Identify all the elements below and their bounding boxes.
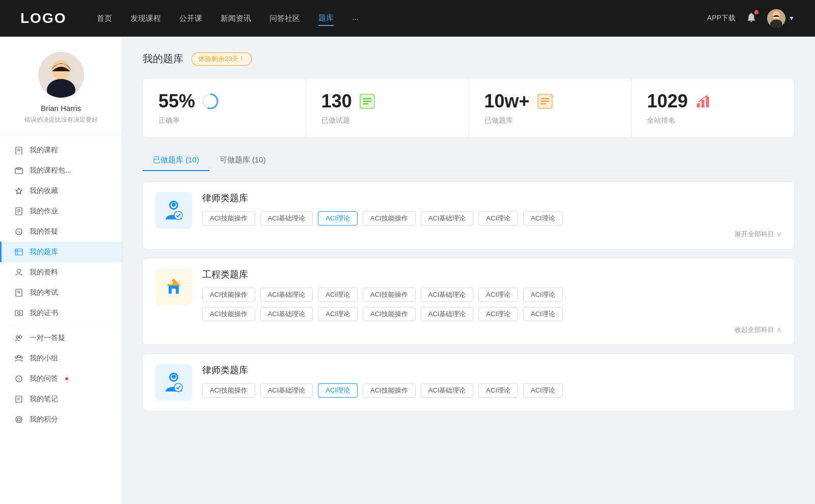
sidebar-item-group-label: 我的小组 [30, 354, 58, 363]
tag-lawyer2-5[interactable]: ACI理论 [478, 383, 518, 398]
svg-point-31 [20, 356, 22, 358]
tag-eng-5[interactable]: ACI理论 [478, 288, 518, 302]
svg-rect-53 [706, 97, 709, 107]
sidebar-item-cert[interactable]: 我的证书 [0, 303, 122, 323]
tag-eng-6[interactable]: ACI理论 [523, 288, 563, 302]
tag-lawyer2-2[interactable]: ACI理论 [318, 383, 358, 398]
tag-lawyer1-3[interactable]: ACI技能操作 [363, 211, 416, 226]
sidebar-item-course[interactable]: 我的课程 [0, 140, 122, 160]
stat-accuracy-row: 55% [158, 91, 220, 112]
tag-lawyer2-4[interactable]: ACI基础理论 [421, 383, 474, 398]
qbank-icon [14, 247, 23, 257]
tag-eng2-1[interactable]: ACI基础理论 [260, 307, 313, 321]
sidebar-item-answers-label: 我的答疑 [30, 227, 58, 236]
stat-accuracy-value: 55% [158, 91, 195, 112]
tab-todo[interactable]: 可做题库 (10) [209, 150, 276, 171]
stat-done-questions-value: 130 [321, 91, 352, 112]
star-icon [14, 186, 23, 195]
sidebar-item-favorites[interactable]: 我的收藏 [0, 181, 122, 201]
sidebar-item-group[interactable]: 我的小组 [0, 348, 122, 369]
sidebar-item-homework[interactable]: 我的作业 [0, 201, 122, 221]
profile-motto: 错误的决定比没有决定要好 [24, 116, 98, 124]
svg-point-30 [15, 356, 17, 358]
stats-row: 55% 正确率 130 [143, 78, 795, 138]
main-content: 我的题库 体验剩余23天！ 55% 正确率 [122, 37, 815, 504]
tag-eng2-6[interactable]: ACI理论 [523, 307, 563, 321]
tag-eng2-4[interactable]: ACI基础理论 [421, 307, 474, 321]
navbar: LOGO 首页 发现课程 公开课 新闻资讯 问答社区 题库 ··· APP下载 … [0, 0, 815, 37]
tag-eng2-5[interactable]: ACI理论 [478, 307, 518, 321]
sidebar-item-favorites-label: 我的收藏 [30, 186, 58, 195]
tag-lawyer1-2[interactable]: ACI理论 [318, 211, 358, 226]
qbank-card-lawyer2: 律师类题库 ACI技能操作 ACI基础理论 ACI理论 ACI技能操作 ACI基… [143, 353, 795, 411]
sidebar-item-qbank[interactable]: 我的题库 [0, 242, 122, 262]
expand-lawyer1[interactable]: 展开全部科目 ∨ [202, 230, 782, 239]
tag-lawyer2-1[interactable]: ACI基础理论 [260, 383, 313, 398]
svg-point-56 [172, 203, 176, 207]
svg-point-27 [16, 336, 19, 339]
tabs-row: 已做题库 (10) 可做题库 (10) [143, 150, 795, 171]
notification-bell[interactable] [746, 12, 757, 25]
tag-lawyer2-3[interactable]: ACI技能操作 [363, 383, 416, 398]
tag-eng2-0[interactable]: ACI技能操作 [202, 307, 255, 321]
nav-home[interactable]: 首页 [97, 12, 112, 25]
nav-qa[interactable]: 问答社区 [269, 12, 300, 25]
sidebar-item-my-qa-label: 我的问答 [30, 374, 58, 383]
svg-rect-59 [172, 289, 176, 294]
nav-open[interactable]: 公开课 [179, 12, 202, 25]
nav-discover[interactable]: 发现课程 [130, 12, 161, 25]
tag-eng-3[interactable]: ACI技能操作 [363, 288, 416, 302]
sidebar-item-points[interactable]: 我的积分 [0, 409, 122, 430]
collapse-engineering[interactable]: 收起全部科目 ∧ [202, 325, 782, 334]
svg-rect-52 [701, 100, 704, 107]
sidebar-item-notes[interactable]: 我的笔记 [0, 389, 122, 409]
sidebar-menu: 我的课程 我的课程包... 我的收藏 我的作业 [0, 135, 122, 435]
sidebar-item-exam[interactable]: 我的考试 [0, 283, 122, 303]
nav-qbank[interactable]: 题库 [318, 11, 334, 26]
tag-eng-0[interactable]: ACI技能操作 [202, 288, 255, 302]
package-icon [14, 166, 23, 175]
tag-eng-1[interactable]: ACI基础理论 [260, 288, 313, 302]
tag-lawyer1-6[interactable]: ACI理论 [523, 211, 563, 226]
logo[interactable]: LOGO [20, 10, 66, 26]
myqa-icon: ? [14, 374, 23, 383]
tags-row-engineering-1: ACI技能操作 ACI基础理论 ACI理论 ACI技能操作 ACI基础理论 AC… [202, 288, 782, 302]
qa-icon: ? [14, 227, 23, 236]
cert-icon [14, 309, 23, 318]
svg-text:?: ? [18, 230, 20, 235]
tag-lawyer1-4[interactable]: ACI基础理论 [421, 211, 474, 226]
sidebar-item-course-package[interactable]: 我的课程包... [0, 160, 122, 181]
nav-more[interactable]: ··· [352, 12, 359, 25]
tag-lawyer1-5[interactable]: ACI理论 [478, 211, 518, 226]
qbank-icon-engineering [155, 268, 192, 305]
sidebar-item-profile-data[interactable]: 我的资料 [0, 262, 122, 283]
qbank-header-lawyer2: 律师类题库 ACI技能操作 ACI基础理论 ACI理论 ACI技能操作 ACI基… [155, 364, 782, 401]
points-icon [14, 415, 23, 424]
sidebar-item-my-qa[interactable]: ? 我的问答 [0, 369, 122, 389]
app-download-button[interactable]: APP下载 [707, 14, 736, 23]
stat-done-questions-row: 130 [321, 91, 376, 112]
page-title: 我的题库 [143, 52, 183, 66]
tag-eng2-2[interactable]: ACI理论 [318, 307, 358, 321]
svg-point-29 [18, 355, 20, 358]
list-orange-icon [536, 92, 554, 110]
svg-point-63 [172, 375, 176, 379]
tag-lawyer1-0[interactable]: ACI技能操作 [202, 211, 255, 226]
tag-eng2-3[interactable]: ACI技能操作 [363, 307, 416, 321]
tag-eng-4[interactable]: ACI基础理论 [421, 288, 474, 302]
sidebar-item-one-on-one[interactable]: 一对一答疑 [0, 328, 122, 348]
user-avatar-button[interactable]: ▼ [767, 9, 795, 27]
stat-ranking-label: 全站排名 [647, 116, 675, 125]
nav-news[interactable]: 新闻资讯 [221, 12, 251, 25]
tag-eng-2[interactable]: ACI理论 [318, 288, 358, 302]
tag-lawyer2-6[interactable]: ACI理论 [523, 383, 563, 398]
svg-point-38 [17, 418, 20, 421]
tag-lawyer2-0[interactable]: ACI技能操作 [202, 383, 255, 398]
svg-rect-25 [15, 311, 22, 316]
stat-done-banks: 10w+ 已做题库 [469, 78, 632, 137]
tag-lawyer1-1[interactable]: ACI基础理论 [260, 211, 313, 226]
stat-accuracy: 55% 正确率 [143, 78, 306, 137]
sidebar-item-answers[interactable]: ? 我的答疑 [0, 221, 122, 242]
tab-done[interactable]: 已做题库 (10) [143, 150, 209, 171]
qbank-icon-lawyer1 [155, 192, 192, 229]
